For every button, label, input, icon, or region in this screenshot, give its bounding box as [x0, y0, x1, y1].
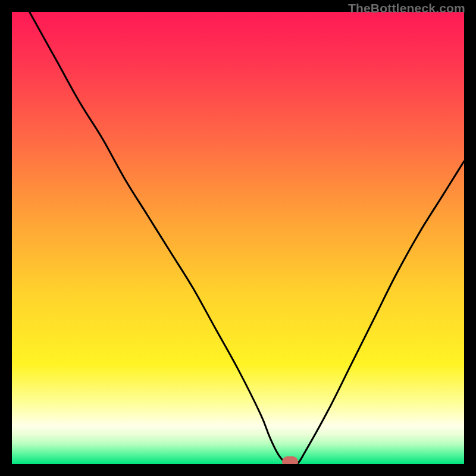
- plot-area: [12, 12, 464, 464]
- optimal-marker: [282, 456, 298, 464]
- bottleneck-curve: [12, 12, 464, 464]
- chart-frame: TheBottleneck.com: [0, 0, 476, 476]
- watermark-text: TheBottleneck.com: [348, 1, 465, 15]
